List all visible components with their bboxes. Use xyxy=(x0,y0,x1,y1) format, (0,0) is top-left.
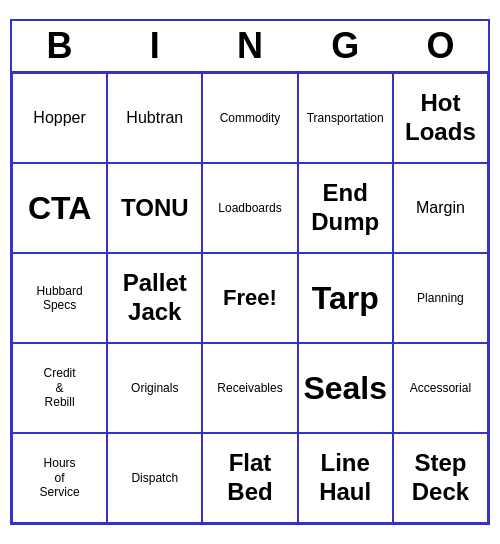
bingo-cell: Dispatch xyxy=(107,433,202,523)
cell-text: Pallet Jack xyxy=(123,269,187,327)
cell-text: CTA xyxy=(28,189,91,227)
cell-text: Receivables xyxy=(217,381,282,395)
cell-text: Accessorial xyxy=(410,381,471,395)
cell-text: Line Haul xyxy=(319,449,371,507)
bingo-cell: Hubtran xyxy=(107,73,202,163)
cell-text: Free! xyxy=(223,285,277,311)
header-letter: B xyxy=(12,21,107,71)
bingo-cell: End Dump xyxy=(298,163,393,253)
bingo-cell: Hours of Service xyxy=(12,433,107,523)
cell-text: Commodity xyxy=(220,111,281,125)
bingo-cell: Flat Bed xyxy=(202,433,297,523)
bingo-cell: Margin xyxy=(393,163,488,253)
bingo-grid: HopperHubtranCommodityTransportationHot … xyxy=(12,73,488,523)
cell-text: Hours of Service xyxy=(40,456,80,499)
cell-text: Flat Bed xyxy=(227,449,272,507)
bingo-cell: CTA xyxy=(12,163,107,253)
bingo-cell: Commodity xyxy=(202,73,297,163)
bingo-cell: Hopper xyxy=(12,73,107,163)
cell-text: Seals xyxy=(303,369,387,407)
bingo-cell: Planning xyxy=(393,253,488,343)
bingo-cell: Transportation xyxy=(298,73,393,163)
cell-text: Tarp xyxy=(312,279,379,317)
bingo-cell: Accessorial xyxy=(393,343,488,433)
header-letter: G xyxy=(298,21,393,71)
bingo-cell: Originals xyxy=(107,343,202,433)
bingo-cell: Loadboards xyxy=(202,163,297,253)
cell-text: Hubbard Specs xyxy=(37,284,83,313)
bingo-cell: Hubbard Specs xyxy=(12,253,107,343)
header-letter: N xyxy=(202,21,297,71)
bingo-cell: Step Deck xyxy=(393,433,488,523)
bingo-cell: Credit & Rebill xyxy=(12,343,107,433)
header-letter: O xyxy=(393,21,488,71)
cell-text: Hot Loads xyxy=(405,89,476,147)
bingo-cell: Pallet Jack xyxy=(107,253,202,343)
cell-text: Step Deck xyxy=(412,449,469,507)
cell-text: Loadboards xyxy=(218,201,281,215)
bingo-header: BINGO xyxy=(12,21,488,73)
bingo-cell: Tarp xyxy=(298,253,393,343)
bingo-cell: Line Haul xyxy=(298,433,393,523)
bingo-cell: TONU xyxy=(107,163,202,253)
cell-text: Dispatch xyxy=(131,471,178,485)
cell-text: Originals xyxy=(131,381,178,395)
header-letter: I xyxy=(107,21,202,71)
bingo-cell: Hot Loads xyxy=(393,73,488,163)
bingo-cell: Receivables xyxy=(202,343,297,433)
cell-text: TONU xyxy=(121,194,189,223)
bingo-cell: Free! xyxy=(202,253,297,343)
cell-text: Margin xyxy=(416,198,465,217)
bingo-card: BINGO HopperHubtranCommodityTransportati… xyxy=(10,19,490,525)
bingo-cell: Seals xyxy=(298,343,393,433)
cell-text: End Dump xyxy=(311,179,379,237)
cell-text: Hopper xyxy=(33,108,85,127)
cell-text: Planning xyxy=(417,291,464,305)
cell-text: Hubtran xyxy=(126,108,183,127)
cell-text: Credit & Rebill xyxy=(44,366,76,409)
cell-text: Transportation xyxy=(307,111,384,125)
